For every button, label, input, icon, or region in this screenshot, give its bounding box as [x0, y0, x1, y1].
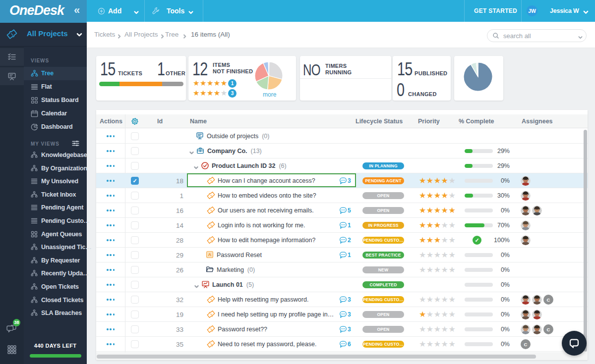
svg-text:C: C [524, 342, 528, 347]
svg-text:C: C [547, 327, 550, 332]
svg-text:A: A [208, 252, 212, 257]
svg-text:C: C [547, 297, 550, 303]
